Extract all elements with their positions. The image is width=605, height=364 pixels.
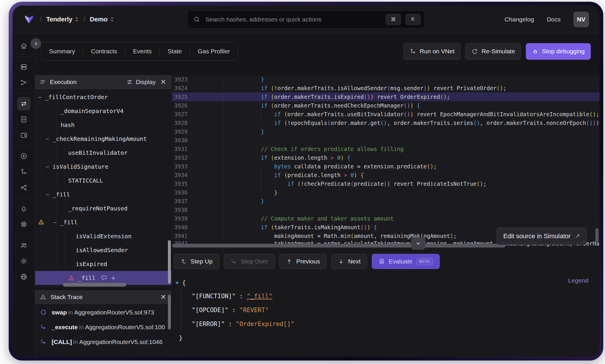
collapse-expander[interactable]: − <box>46 191 49 198</box>
execution-row-_fill[interactable]: −_fill <box>35 188 171 201</box>
docs-link[interactable]: Docs <box>547 16 561 23</box>
execution-row-_requireNotPaused[interactable]: _requireNotPaused <box>35 201 171 215</box>
code-line-3929[interactable]: 3929 } <box>172 127 599 136</box>
code-line-3933[interactable]: 3933 bytes calldata predicate = extensio… <box>172 162 599 171</box>
line-number[interactable]: 3931 <box>172 146 200 152</box>
line-number[interactable]: 3924 <box>172 85 200 91</box>
sidebar-expand-button[interactable] <box>30 37 42 50</box>
evaluate-button[interactable]: Evaluate BETA <box>372 254 439 269</box>
code-line-3934[interactable]: 3934 if (predicate.length > 0) { <box>172 171 599 179</box>
user-avatar[interactable]: NV <box>573 12 589 27</box>
line-number[interactable]: 3937 <box>172 198 200 204</box>
execution-row-_fillContractOrder[interactable]: −_fillContractOrder <box>35 90 171 104</box>
display-settings-button[interactable]: Display <box>126 79 156 85</box>
tab-events[interactable]: Events <box>125 42 160 60</box>
comment-icon[interactable] <box>101 274 108 281</box>
breadcrumb-account-dropdown[interactable]: Tenderly <box>46 16 79 23</box>
code-line-3936[interactable]: 3936 } <box>172 188 599 197</box>
run-on-vnet-button[interactable]: Run on VNet <box>403 43 461 60</box>
sidebar-item-web3-gateway[interactable] <box>17 270 30 283</box>
tab-summary[interactable]: Summary <box>41 42 83 60</box>
line-number[interactable]: 3933 <box>172 163 200 170</box>
sidebar-item-integrations[interactable] <box>17 181 30 194</box>
sidebar-item-forks[interactable] <box>17 76 30 89</box>
execution-row-_fill[interactable]: −_fill <box>35 215 171 229</box>
line-number[interactable]: 3935 <box>172 181 200 187</box>
line-number[interactable]: 3939 <box>172 215 200 222</box>
line-number[interactable]: 3930 <box>172 137 200 143</box>
execution-hscrollbar[interactable] <box>63 283 126 287</box>
step-up-button[interactable]: Step Up <box>174 254 219 269</box>
tab-gas-profiler[interactable]: Gas Profiler <box>190 42 238 60</box>
next-button[interactable]: Next <box>331 254 367 269</box>
code-hscrollbar[interactable] <box>172 244 506 247</box>
changelog-link[interactable]: Changelog <box>505 16 534 23</box>
code-line-3931[interactable]: 3931 // Check if orders predicate allows… <box>172 145 599 153</box>
code-line-3938[interactable]: 3938 <box>172 205 599 214</box>
menu-icon[interactable] <box>40 79 46 85</box>
tab-contracts[interactable]: Contracts <box>83 42 125 60</box>
line-number[interactable]: 3940 <box>172 224 200 230</box>
sidebar-item-wallets[interactable] <box>17 128 30 142</box>
line-number[interactable]: 3928 <box>172 120 200 126</box>
collapse-expander[interactable]: − <box>46 135 49 142</box>
legend-link[interactable]: Legend <box>568 277 588 284</box>
sidebar-item-home[interactable] <box>17 39 30 52</box>
collapse-expander[interactable]: − <box>46 163 49 170</box>
sidebar-item-vnets[interactable] <box>17 165 30 179</box>
line-number[interactable]: 3936 <box>172 189 200 196</box>
json-value[interactable]: "_fill" <box>247 293 273 300</box>
execution-row-isValidSignature[interactable]: −isValidSignature <box>35 160 171 174</box>
resimulate-button[interactable]: Re-Simulate <box>465 43 521 60</box>
step-over-button[interactable]: Step Over <box>224 254 275 269</box>
sidebar-item-simulator[interactable] <box>17 150 30 163</box>
search-input[interactable] <box>205 16 381 23</box>
stack-frame-CALL[interactable]: [CALL] in AggregationRouterV5.sol:1046 <box>40 338 169 345</box>
code-line-3925[interactable]: 3925 if (order.makerTraits.isExpired()) … <box>172 92 599 101</box>
stop-debugging-button[interactable]: Stop debugging <box>526 43 591 60</box>
stack-vscrollbar[interactable] <box>168 295 171 330</box>
sidebar-item-devnets[interactable] <box>17 218 30 231</box>
execution-row-STATICCALL[interactable]: STATICCALL <box>35 174 171 188</box>
line-number[interactable]: 3938 <box>172 207 200 213</box>
line-number[interactable]: 3925 <box>172 94 200 100</box>
tenderly-logo-icon[interactable] <box>23 13 35 26</box>
line-number[interactable]: 3934 <box>172 172 200 178</box>
code-line-3924[interactable]: 3924 if (!order.makerTraits.isAllowedSen… <box>172 84 599 92</box>
expander-triangle-icon[interactable] <box>175 281 179 285</box>
code-line-3927[interactable]: 3927 if (order.makerTraits.useBitInvalid… <box>172 110 599 119</box>
breadcrumb-project-dropdown[interactable]: Demo <box>90 16 114 23</box>
execution-row-_checkRemainingMakingAmount[interactable]: −_checkRemainingMakingAmount <box>35 132 171 146</box>
sidebar-item-alerts[interactable] <box>17 202 30 215</box>
code-line-3937[interactable]: 3937 } <box>172 197 599 205</box>
sidebar-item-collaborators[interactable] <box>17 239 30 252</box>
line-number[interactable]: 3932 <box>172 154 200 161</box>
code-line-3932[interactable]: 3932 if (extension.length > 0) { <box>172 153 599 162</box>
stack-frame-_execute[interactable]: _execute in AggregationRouterV5.sol:100 <box>40 323 169 331</box>
sidebar-item-contracts[interactable] <box>17 113 30 126</box>
code-line-3928[interactable]: 3928 if (!epochEquals(order.maker.get(),… <box>172 119 599 127</box>
code-vscrollbar[interactable] <box>595 228 599 242</box>
stack-trace-close-icon[interactable]: ✕ <box>160 293 167 301</box>
scroll-down-button[interactable] <box>411 237 425 250</box>
collapse-expander[interactable]: − <box>53 219 57 226</box>
code-line-3935[interactable]: 3935 if (!checkPredicate(predicate)) rev… <box>172 179 599 188</box>
execution-row-isExpired[interactable]: isExpired <box>35 257 171 271</box>
code-line-3939[interactable]: 3939 // Compute maker and taker assets a… <box>172 214 599 223</box>
line-number[interactable]: 3941 <box>172 233 200 239</box>
previous-button[interactable]: Previous <box>279 254 327 269</box>
stack-frame-swap[interactable]: swap in AggregationRouterV5.sol:973 <box>40 309 169 316</box>
execution-row-isValidExtension[interactable]: isValidExtension <box>35 229 171 243</box>
sidebar-item-transactions[interactable] <box>17 97 30 110</box>
line-number[interactable]: 3927 <box>172 111 200 117</box>
execution-close-icon[interactable]: ✕ <box>160 78 167 86</box>
execution-row-hash[interactable]: hash <box>35 118 171 132</box>
code-line-3930[interactable]: 3930 <box>172 136 599 145</box>
global-search[interactable]: ⌘ K <box>187 10 425 28</box>
execution-row-isAllowedSender[interactable]: isAllowedSender <box>35 243 171 257</box>
line-number[interactable]: 3929 <box>172 128 200 135</box>
code-line-3923[interactable]: 3923 } <box>172 75 599 84</box>
execution-vscrollbar[interactable] <box>168 240 171 284</box>
line-number[interactable]: 3926 <box>172 102 200 109</box>
sidebar-item-settings[interactable] <box>17 254 30 268</box>
